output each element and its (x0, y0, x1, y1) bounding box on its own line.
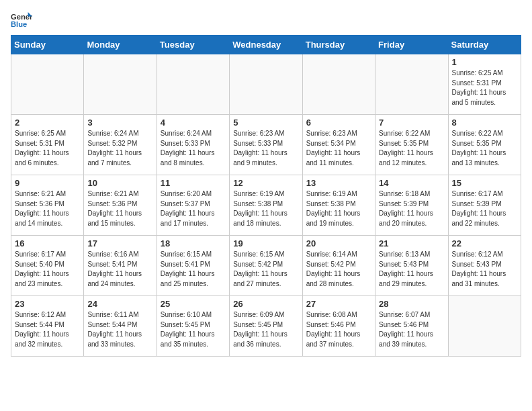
day-info: Sunrise: 6:15 AM Sunset: 5:42 PM Dayligh… (233, 250, 298, 289)
day-info: Sunrise: 6:22 AM Sunset: 5:35 PM Dayligh… (452, 129, 517, 168)
day-number: 25 (161, 299, 226, 309)
day-info: Sunrise: 6:21 AM Sunset: 5:36 PM Dayligh… (15, 189, 80, 228)
calendar-day-cell: 7Sunrise: 6:22 AM Sunset: 5:35 PM Daylig… (375, 115, 448, 175)
day-info: Sunrise: 6:08 AM Sunset: 5:46 PM Dayligh… (306, 310, 371, 349)
calendar-day-cell (84, 54, 157, 115)
day-number: 12 (233, 178, 298, 188)
day-info: Sunrise: 6:25 AM Sunset: 5:31 PM Dayligh… (15, 129, 80, 168)
day-info: Sunrise: 6:07 AM Sunset: 5:46 PM Dayligh… (379, 310, 444, 349)
day-number: 17 (87, 238, 152, 248)
day-info: Sunrise: 6:16 AM Sunset: 5:41 PM Dayligh… (87, 250, 152, 289)
calendar-day-cell: 16Sunrise: 6:17 AM Sunset: 5:40 PM Dayli… (11, 236, 84, 296)
day-info: Sunrise: 6:23 AM Sunset: 5:33 PM Dayligh… (233, 129, 298, 168)
calendar-day-cell: 8Sunrise: 6:22 AM Sunset: 5:35 PM Daylig… (448, 115, 521, 175)
calendar-day-cell: 21Sunrise: 6:13 AM Sunset: 5:43 PM Dayli… (375, 236, 448, 296)
day-number: 4 (161, 118, 226, 128)
day-number: 27 (306, 299, 371, 309)
day-info: Sunrise: 6:19 AM Sunset: 5:38 PM Dayligh… (233, 189, 298, 228)
day-info: Sunrise: 6:24 AM Sunset: 5:33 PM Dayligh… (161, 129, 226, 168)
calendar-day-cell: 1Sunrise: 6:25 AM Sunset: 5:31 PM Daylig… (448, 54, 521, 115)
day-number: 19 (233, 238, 298, 248)
calendar-day-cell: 10Sunrise: 6:21 AM Sunset: 5:36 PM Dayli… (84, 175, 157, 236)
day-number: 14 (379, 178, 444, 188)
calendar-day-cell: 15Sunrise: 6:17 AM Sunset: 5:39 PM Dayli… (448, 175, 521, 236)
calendar-table: SundayMondayTuesdayWednesdayThursdayFrid… (11, 35, 521, 357)
calendar-day-cell: 17Sunrise: 6:16 AM Sunset: 5:41 PM Dayli… (84, 236, 157, 296)
day-info: Sunrise: 6:20 AM Sunset: 5:37 PM Dayligh… (161, 189, 226, 228)
calendar-day-cell: 12Sunrise: 6:19 AM Sunset: 5:38 PM Dayli… (230, 175, 302, 236)
day-number: 1 (452, 57, 517, 67)
logo-icon: General Blue (11, 11, 32, 30)
day-info: Sunrise: 6:10 AM Sunset: 5:45 PM Dayligh… (161, 310, 226, 349)
calendar-day-cell: 27Sunrise: 6:08 AM Sunset: 5:46 PM Dayli… (302, 296, 375, 357)
day-number: 22 (452, 238, 517, 248)
calendar-week-row: 9Sunrise: 6:21 AM Sunset: 5:36 PM Daylig… (11, 175, 521, 236)
calendar-day-cell: 11Sunrise: 6:20 AM Sunset: 5:37 PM Dayli… (157, 175, 229, 236)
calendar-day-cell: 4Sunrise: 6:24 AM Sunset: 5:33 PM Daylig… (157, 115, 229, 175)
day-info: Sunrise: 6:25 AM Sunset: 5:31 PM Dayligh… (452, 68, 517, 107)
calendar-day-cell (302, 54, 375, 115)
calendar-day-cell: 13Sunrise: 6:19 AM Sunset: 5:38 PM Dayli… (302, 175, 375, 236)
day-info: Sunrise: 6:13 AM Sunset: 5:43 PM Dayligh… (379, 250, 444, 289)
calendar-day-cell: 23Sunrise: 6:12 AM Sunset: 5:44 PM Dayli… (11, 296, 84, 357)
page-header: General Blue (11, 11, 521, 30)
weekday-header-thursday: Thursday (302, 36, 375, 54)
calendar-day-cell: 5Sunrise: 6:23 AM Sunset: 5:33 PM Daylig… (230, 115, 302, 175)
calendar-day-cell (157, 54, 229, 115)
day-number: 26 (233, 299, 298, 309)
weekday-header-monday: Monday (84, 36, 157, 54)
day-number: 6 (306, 118, 371, 128)
day-number: 24 (87, 299, 152, 309)
day-number: 15 (452, 178, 517, 188)
day-info: Sunrise: 6:11 AM Sunset: 5:44 PM Dayligh… (87, 310, 152, 349)
day-info: Sunrise: 6:21 AM Sunset: 5:36 PM Dayligh… (87, 189, 152, 228)
day-number: 7 (379, 118, 444, 128)
calendar-day-cell: 20Sunrise: 6:14 AM Sunset: 5:42 PM Dayli… (302, 236, 375, 296)
calendar-day-cell: 3Sunrise: 6:24 AM Sunset: 5:32 PM Daylig… (84, 115, 157, 175)
calendar-day-cell (11, 54, 84, 115)
day-info: Sunrise: 6:22 AM Sunset: 5:35 PM Dayligh… (379, 129, 444, 168)
calendar-day-cell (448, 296, 521, 357)
day-number: 13 (306, 178, 371, 188)
day-number: 21 (379, 238, 444, 248)
day-number: 23 (15, 299, 80, 309)
calendar-day-cell: 19Sunrise: 6:15 AM Sunset: 5:42 PM Dayli… (230, 236, 302, 296)
day-number: 5 (233, 118, 298, 128)
day-number: 11 (161, 178, 226, 188)
calendar-week-row: 2Sunrise: 6:25 AM Sunset: 5:31 PM Daylig… (11, 115, 521, 175)
calendar-day-cell: 18Sunrise: 6:15 AM Sunset: 5:41 PM Dayli… (157, 236, 229, 296)
weekday-header-row: SundayMondayTuesdayWednesdayThursdayFrid… (11, 36, 521, 54)
weekday-header-sunday: Sunday (11, 36, 84, 54)
weekday-header-friday: Friday (375, 36, 448, 54)
day-info: Sunrise: 6:12 AM Sunset: 5:44 PM Dayligh… (15, 310, 80, 349)
calendar-day-cell: 28Sunrise: 6:07 AM Sunset: 5:46 PM Dayli… (375, 296, 448, 357)
day-info: Sunrise: 6:24 AM Sunset: 5:32 PM Dayligh… (87, 129, 152, 168)
calendar-day-cell: 26Sunrise: 6:09 AM Sunset: 5:45 PM Dayli… (230, 296, 302, 357)
day-info: Sunrise: 6:12 AM Sunset: 5:43 PM Dayligh… (452, 250, 517, 289)
day-number: 3 (87, 118, 152, 128)
day-info: Sunrise: 6:23 AM Sunset: 5:34 PM Dayligh… (306, 129, 371, 168)
calendar-day-cell: 22Sunrise: 6:12 AM Sunset: 5:43 PM Dayli… (448, 236, 521, 296)
calendar-day-cell (230, 54, 302, 115)
day-number: 18 (161, 238, 226, 248)
calendar-day-cell: 9Sunrise: 6:21 AM Sunset: 5:36 PM Daylig… (11, 175, 84, 236)
weekday-header-tuesday: Tuesday (157, 36, 229, 54)
day-number: 10 (87, 178, 152, 188)
calendar-week-row: 1Sunrise: 6:25 AM Sunset: 5:31 PM Daylig… (11, 54, 521, 115)
svg-text:Blue: Blue (11, 20, 27, 28)
day-number: 8 (452, 118, 517, 128)
day-info: Sunrise: 6:09 AM Sunset: 5:45 PM Dayligh… (233, 310, 298, 349)
day-number: 16 (15, 238, 80, 248)
calendar-day-cell: 14Sunrise: 6:18 AM Sunset: 5:39 PM Dayli… (375, 175, 448, 236)
day-number: 28 (379, 299, 444, 309)
day-info: Sunrise: 6:15 AM Sunset: 5:41 PM Dayligh… (161, 250, 226, 289)
day-number: 2 (15, 118, 80, 128)
calendar-day-cell: 6Sunrise: 6:23 AM Sunset: 5:34 PM Daylig… (302, 115, 375, 175)
day-number: 9 (15, 178, 80, 188)
calendar-week-row: 16Sunrise: 6:17 AM Sunset: 5:40 PM Dayli… (11, 236, 521, 296)
calendar-day-cell (375, 54, 448, 115)
day-info: Sunrise: 6:14 AM Sunset: 5:42 PM Dayligh… (306, 250, 371, 289)
logo: General Blue (11, 11, 35, 30)
day-info: Sunrise: 6:18 AM Sunset: 5:39 PM Dayligh… (379, 189, 444, 228)
calendar-day-cell: 2Sunrise: 6:25 AM Sunset: 5:31 PM Daylig… (11, 115, 84, 175)
